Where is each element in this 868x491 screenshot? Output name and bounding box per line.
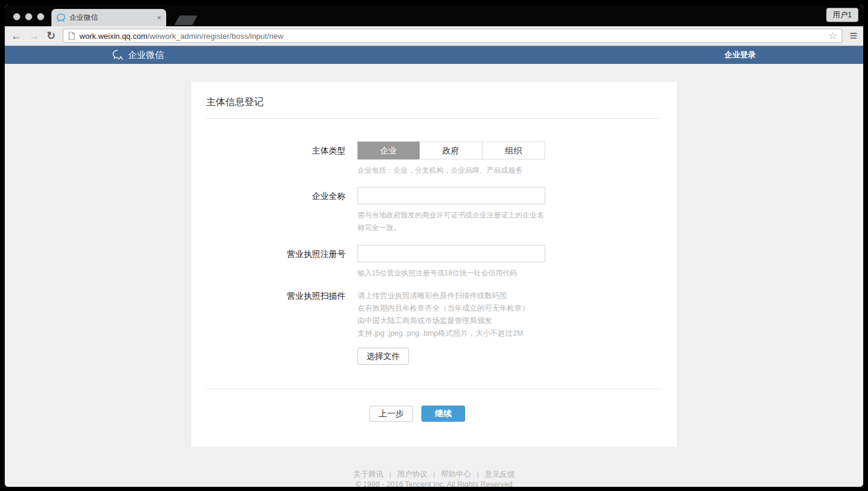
tab-close-icon[interactable]: ×: [157, 14, 161, 22]
wework-logo[interactable]: 企业微信: [112, 50, 164, 61]
company-name-label: 企业全称: [206, 187, 357, 234]
previous-step-button[interactable]: 上一步: [369, 406, 413, 422]
footer-link-help[interactable]: 帮助中心: [441, 470, 471, 478]
browser-titlebar: 企业微信 × 用户1: [5, 5, 863, 26]
footer-links: 关于腾讯|用户协议|帮助中心|意见反馈: [5, 469, 863, 480]
registration-card: 主体信息登记 主体类型 企业 政府 组织 企业包括：企业，分支机构，企业品牌、产…: [191, 82, 677, 447]
license-scan-helper-line: 在有效期内且年检章齐全（当年成立的可无年检章）: [357, 302, 609, 315]
registration-form: 主体类型 企业 政府 组织 企业包括：企业，分支机构，企业品牌、产品或服务 企业…: [206, 119, 662, 422]
browser-menu-icon[interactable]: ≡: [849, 29, 857, 42]
window-controls: [13, 13, 44, 20]
reload-icon[interactable]: ↻: [47, 30, 56, 41]
brand-name: 企业微信: [128, 50, 164, 61]
subject-type-tabset: 企业 政府 组织: [357, 142, 545, 159]
back-icon[interactable]: ←: [11, 30, 22, 41]
browser-toolbar: ← → ↻ work.weixin.qq.com/wework_admin/re…: [5, 26, 863, 46]
tab-organization[interactable]: 组织: [482, 142, 545, 159]
page-content: 主体信息登记 主体类型 企业 政府 组织 企业包括：企业，分支机构，企业品牌、产…: [5, 64, 863, 487]
license-number-label: 营业执照注册号: [206, 245, 357, 279]
address-bar[interactable]: work.weixin.qq.com/wework_admin/register…: [63, 29, 842, 43]
license-scan-label: 营业执照扫描件: [206, 290, 357, 365]
browser-window: 企业微信 × 用户1 ← → ↻ work.weixin.qq.com/wewo…: [5, 5, 863, 487]
choose-file-button[interactable]: 选择文件: [357, 348, 409, 365]
license-scan-helper-line: 请上传营业执照清晰彩色原件扫描件或数码照: [357, 290, 609, 302]
footer-separator: |: [433, 470, 435, 478]
enterprise-login-link[interactable]: 企业登录: [725, 50, 756, 60]
browser-tab[interactable]: 企业微信 ×: [51, 9, 166, 26]
license-scan-helper-line: 支持.jpg .jpeg .png .bmp格式照片，大小不超过2M: [357, 327, 609, 340]
url-path: /wework_admin/register/boss/input/new: [148, 32, 284, 41]
subject-type-label: 主体类型: [206, 142, 357, 176]
form-actions: 上一步 继续: [206, 389, 662, 422]
footer-link-about[interactable]: 关于腾讯: [353, 470, 383, 478]
forward-icon: →: [29, 30, 39, 41]
footer-copyright: © 1998 - 2016 Tencent Inc. All Rights Re…: [5, 480, 863, 487]
window-close-button[interactable]: [13, 13, 20, 20]
window-minimize-button[interactable]: [25, 13, 32, 20]
license-number-helper: 输入15位营业执照注册号或18位统一社会信用代码: [357, 267, 549, 279]
url-text[interactable]: work.weixin.qq.com/wework_admin/register…: [80, 32, 824, 41]
license-scan-helper: 请上传营业执照清晰彩色原件扫描件或数码照 在有效期内且年检章齐全（当年成立的可无…: [357, 290, 609, 340]
tab-title: 企业微信: [69, 13, 153, 23]
page-title: 主体信息登记: [206, 82, 662, 118]
page-footer: 关于腾讯|用户协议|帮助中心|意见反馈 © 1998 - 2016 Tencen…: [5, 469, 863, 487]
company-name-row: 企业全称 需与当地政府颁发的商业许可证书或企业注册证上的企业名称完全一致。: [206, 187, 662, 234]
url-domain: work.weixin.qq.com: [80, 32, 147, 41]
new-tab-button[interactable]: [175, 16, 198, 25]
tab-government[interactable]: 政府: [419, 142, 482, 159]
bookmark-star-icon[interactable]: ☆: [829, 31, 837, 41]
footer-link-feedback[interactable]: 意见反馈: [485, 470, 515, 478]
site-navbar: 企业微信 企业登录: [5, 46, 863, 64]
subject-type-row: 主体类型 企业 政府 组织 企业包括：企业，分支机构，企业品牌、产品或服务: [206, 142, 662, 176]
license-scan-row: 营业执照扫描件 请上传营业执照清晰彩色原件扫描件或数码照 在有效期内且年检章齐全…: [206, 290, 662, 365]
continue-button[interactable]: 继续: [421, 406, 465, 422]
browser-profile-button[interactable]: 用户1: [826, 8, 858, 22]
tab-favicon-wework-icon: [56, 13, 66, 23]
license-number-row: 营业执照注册号 输入15位营业执照注册号或18位统一社会信用代码: [206, 245, 662, 279]
wework-bubble-icon: [112, 50, 124, 60]
tab-enterprise[interactable]: 企业: [357, 142, 420, 159]
license-number-input[interactable]: [357, 245, 545, 262]
subject-type-helper: 企业包括：企业，分支机构，企业品牌、产品或服务: [357, 164, 549, 176]
footer-separator: |: [389, 470, 391, 478]
company-name-input[interactable]: [357, 187, 545, 204]
window-zoom-button[interactable]: [37, 13, 44, 20]
license-scan-helper-line: 由中国大陆工商局或市场监督管理局颁发: [357, 315, 609, 327]
footer-separator: |: [477, 470, 479, 478]
footer-link-agreement[interactable]: 用户协议: [397, 470, 427, 478]
company-name-helper: 需与当地政府颁发的商业许可证书或企业注册证上的企业名称完全一致。: [357, 209, 545, 234]
page-document-icon: [68, 32, 75, 40]
